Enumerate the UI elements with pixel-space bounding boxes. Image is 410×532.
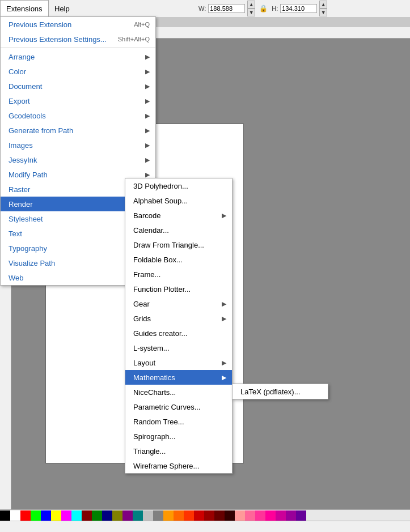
foldable-box-item[interactable]: Foldable Box...: [125, 252, 232, 267]
color-swatch-c0c0c0[interactable]: [143, 510, 153, 521]
previous-extension-settings-item[interactable]: Previous Extension Settings... Shift+Alt…: [1, 32, 155, 46]
random-tree-item[interactable]: Random Tree...: [125, 414, 232, 429]
color-swatch-ffffff[interactable]: [10, 510, 20, 521]
color-swatch-008080[interactable]: [133, 510, 143, 521]
nicecharts-item[interactable]: NiceCharts...: [125, 385, 232, 399]
width-section: W: ▲ ▼: [198, 1, 255, 16]
jessyink-item[interactable]: JessyInk ▶: [1, 152, 155, 167]
color-swatch-ff6600[interactable]: [174, 510, 184, 521]
color-swatch-990000[interactable]: [204, 510, 214, 521]
parametric-curves-item[interactable]: Parametric Curves...: [125, 399, 232, 414]
color-swatch-990099[interactable]: [286, 510, 296, 521]
3d-polyhedron-item[interactable]: 3D Polyhedron...: [125, 178, 232, 193]
color-swatch-800080[interactable]: [122, 510, 133, 521]
frame-item[interactable]: Frame...: [125, 267, 232, 282]
color-swatch-808000[interactable]: [112, 510, 122, 521]
color-swatch-00ff00[interactable]: [31, 510, 41, 521]
barcode-item[interactable]: Barcode ▶: [125, 208, 232, 223]
color-swatch-0000ff[interactable]: [41, 510, 51, 521]
color-swatch-cc0099[interactable]: [276, 510, 286, 521]
width-increment[interactable]: ▲: [247, 1, 255, 8]
color-swatch-ff9900[interactable]: [163, 510, 174, 521]
color-swatch-ffff00[interactable]: [51, 510, 61, 521]
color-swatch-ff3399[interactable]: [255, 510, 265, 521]
images-item[interactable]: Images ▶: [1, 138, 155, 152]
height-section: H: ▲ ▼: [272, 1, 327, 16]
color-swatch-808080[interactable]: [153, 510, 163, 521]
color-swatch-00ffff[interactable]: [71, 510, 82, 521]
alphabet-soup-item[interactable]: Alphabet Soup...: [125, 193, 232, 208]
function-plotter-item[interactable]: Function Plotter...: [125, 282, 232, 296]
color-swatch-ff0099[interactable]: [265, 510, 276, 521]
export-item[interactable]: Export ▶: [1, 93, 155, 108]
triangle-item[interactable]: Triangle...: [125, 444, 232, 458]
arrange-item[interactable]: Arrange ▶: [1, 49, 155, 64]
generate-from-path-item[interactable]: Generate from Path ▶: [1, 123, 155, 138]
previous-extension-item[interactable]: Previous Extension Alt+Q: [1, 17, 155, 32]
color-swatch-ff3300[interactable]: [184, 510, 194, 521]
mathematics-item[interactable]: Mathematics ▶: [125, 370, 232, 385]
render-submenu: 3D Polyhedron... Alphabet Soup... Barcod…: [125, 178, 233, 474]
latex-pdflatex-item[interactable]: LaTeX (pdflatex)...: [233, 384, 328, 399]
color-item[interactable]: Color ▶: [1, 64, 155, 79]
guides-creator-item[interactable]: Guides creator...: [125, 326, 232, 341]
draw-from-triangle-item[interactable]: Draw From Triangle...: [125, 237, 232, 252]
color-swatch-cc0000[interactable]: [194, 510, 204, 521]
status-bar: [0, 521, 410, 532]
color-swatch-000000[interactable]: [0, 510, 10, 521]
width-input[interactable]: [208, 4, 245, 13]
document-item[interactable]: Document ▶: [1, 79, 155, 93]
menu-bar: Extensions Help W: ▲ ▼ 🔒 H: ▲ ▼: [0, 0, 410, 17]
gear-item[interactable]: Gear ▶: [125, 296, 232, 311]
help-menu-button[interactable]: Help: [49, 0, 75, 17]
calendar-item[interactable]: Calendar...: [125, 223, 232, 237]
color-swatch-ff9999[interactable]: [235, 510, 245, 521]
extensions-menu-button[interactable]: Extensions: [0, 0, 49, 17]
color-swatch-660099[interactable]: [296, 510, 306, 521]
color-swatch-ff00ff[interactable]: [61, 510, 71, 521]
height-input[interactable]: [280, 4, 317, 13]
wireframe-sphere-item[interactable]: Wireframe Sphere...: [125, 458, 232, 473]
height-increment[interactable]: ▲: [319, 1, 327, 8]
color-swatch-330000[interactable]: [225, 510, 235, 521]
grids-item[interactable]: Grids ▶: [125, 311, 232, 326]
color-palette: [0, 509, 410, 521]
lock-icon: 🔒: [259, 5, 268, 12]
height-decrement[interactable]: ▼: [319, 8, 327, 16]
color-swatch-ff6699[interactable]: [245, 510, 255, 521]
gcodetools-item[interactable]: Gcodetools ▶: [1, 108, 155, 123]
menu-divider: [1, 48, 155, 48]
layout-item[interactable]: Layout ▶: [125, 355, 232, 370]
spirograph-item[interactable]: Spirograph...: [125, 429, 232, 444]
width-decrement[interactable]: ▼: [247, 8, 255, 16]
color-swatch-660000[interactable]: [214, 510, 225, 521]
color-swatch-800000[interactable]: [82, 510, 92, 521]
color-swatch-008000[interactable]: [92, 510, 102, 521]
mathematics-submenu: LaTeX (pdflatex)...: [232, 384, 328, 399]
color-swatch-000080[interactable]: [102, 510, 112, 521]
color-swatch-ff0000[interactable]: [20, 510, 31, 521]
l-system-item[interactable]: L-system...: [125, 341, 232, 355]
